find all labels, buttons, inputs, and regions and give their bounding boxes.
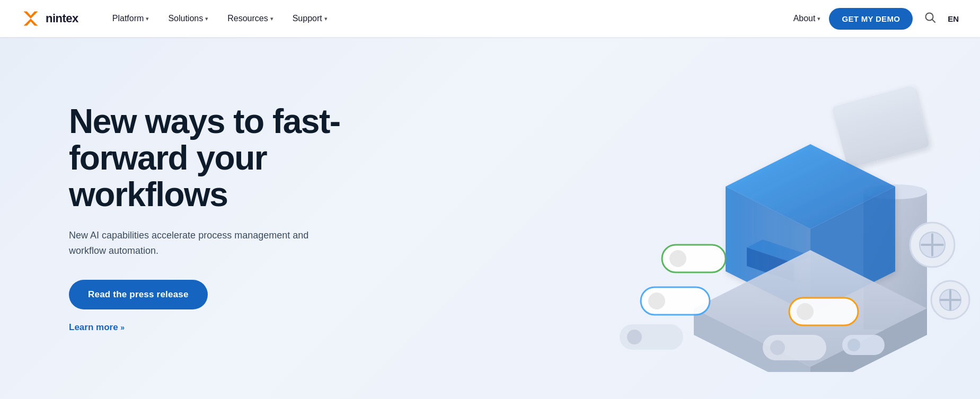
- nav-platform-label: Platform: [112, 14, 144, 23]
- nav-platform[interactable]: Platform ▾: [105, 10, 157, 28]
- learn-more-arrows-icon: »: [120, 323, 125, 332]
- learn-more-label: Learn more: [69, 322, 118, 332]
- svg-point-23: [770, 340, 785, 355]
- isometric-graphic: [567, 65, 980, 372]
- about-label: About: [793, 14, 816, 23]
- svg-point-17: [648, 292, 665, 309]
- svg-line-2: [932, 19, 935, 22]
- hero-content: New ways to fast-forward your workflows …: [69, 103, 408, 333]
- svg-rect-3: [832, 85, 930, 168]
- navbar: nintex Platform ▾ Solutions ▾ Resources …: [0, 0, 980, 37]
- platform-chevron-icon: ▾: [146, 15, 149, 22]
- nav-resources[interactable]: Resources ▾: [220, 10, 280, 28]
- nav-support[interactable]: Support ▾: [285, 10, 335, 28]
- nav-links: Platform ▾ Solutions ▾ Resources ▾ Suppo…: [105, 10, 793, 28]
- svg-point-19: [797, 303, 814, 320]
- nav-resources-label: Resources: [227, 14, 268, 23]
- solutions-chevron-icon: ▾: [205, 15, 208, 22]
- svg-point-21: [627, 330, 642, 344]
- hero-title: New ways to fast-forward your workflows: [69, 103, 408, 213]
- search-icon[interactable]: [921, 8, 939, 29]
- about-chevron-icon: ▾: [817, 15, 820, 22]
- svg-marker-0: [24, 12, 38, 26]
- nav-solutions-label: Solutions: [168, 14, 203, 23]
- support-chevron-icon: ▾: [324, 15, 328, 22]
- nav-solutions[interactable]: Solutions ▾: [161, 10, 216, 28]
- logo-text: nintex: [46, 12, 78, 25]
- svg-point-15: [669, 250, 686, 267]
- get-demo-button[interactable]: GET MY DEMO: [829, 8, 913, 30]
- resources-chevron-icon: ▾: [270, 15, 273, 22]
- hero-section: New ways to fast-forward your workflows …: [0, 37, 980, 399]
- logo-icon: [21, 9, 40, 28]
- hero-subtitle: New AI capabilities accelerate process m…: [69, 228, 323, 259]
- svg-point-33: [847, 339, 860, 351]
- learn-more-link[interactable]: Learn more »: [69, 322, 408, 333]
- nav-about[interactable]: About ▾: [793, 14, 821, 23]
- press-release-button[interactable]: Read the press release: [69, 280, 208, 309]
- nav-right: About ▾ GET MY DEMO EN: [793, 8, 959, 30]
- language-selector[interactable]: EN: [948, 14, 959, 23]
- nav-support-label: Support: [293, 14, 322, 23]
- hero-illustration: [567, 65, 980, 372]
- logo[interactable]: nintex: [21, 9, 78, 28]
